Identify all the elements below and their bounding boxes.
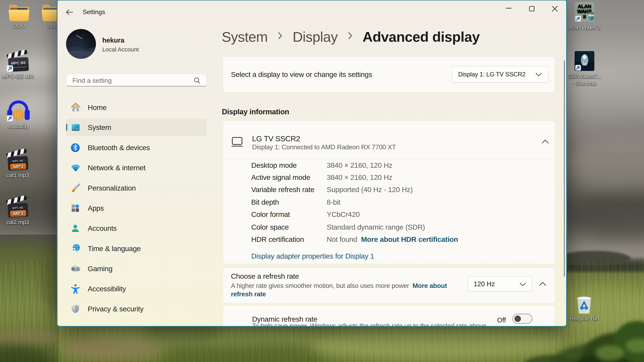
svg-text:ALAN: ALAN bbox=[578, 3, 591, 9]
svg-text:MP3: MP3 bbox=[13, 164, 23, 169]
svg-text:MP3: MP3 bbox=[13, 211, 23, 216]
svg-text:II: II bbox=[583, 14, 586, 19]
svg-text:MPC BE: MPC BE bbox=[11, 60, 26, 66]
